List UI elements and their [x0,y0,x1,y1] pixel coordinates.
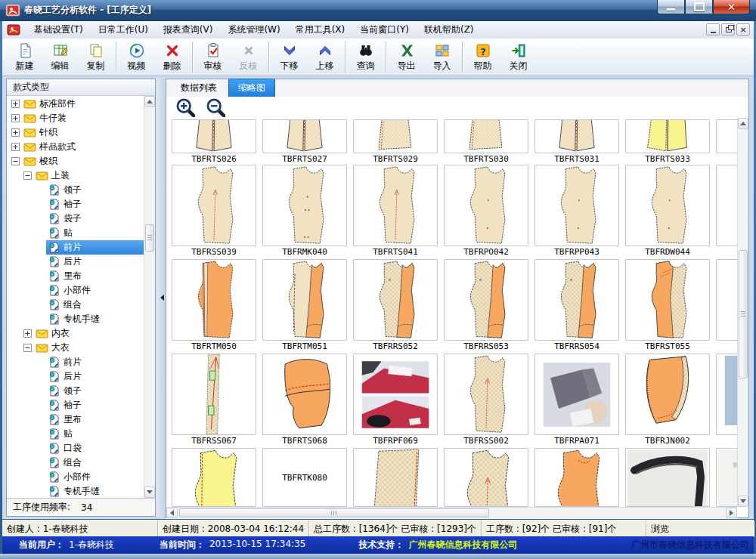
thumbnail-cell-3-5[interactable] [625,354,710,435]
zoom-out-button[interactable] [206,97,225,117]
thumbnail-cell-4-2[interactable] [353,448,438,507]
tree-item-13[interactable]: 小部件 [7,283,144,298]
thumbnail-cell-0-5[interactable] [625,119,710,153]
tree-scrollbar-thumb[interactable] [145,224,154,252]
close-button[interactable]: ✕ [713,0,750,14]
thumbnail-cell-1-4[interactable] [534,165,619,246]
toolbar-button-7[interactable]: 下移 [271,40,307,75]
tree-item-4[interactable]: 梭织 [7,154,144,168]
tree-item-14[interactable]: 组合 [7,298,144,312]
grid-hscrollbar-thumb[interactable] [179,508,489,517]
thumbnail-cell-3-1[interactable] [262,354,347,435]
panel-splitter[interactable] [156,79,166,517]
toolbar-button-11[interactable]: 导入 [424,40,460,75]
toolbar-button-4[interactable]: 删除 [154,40,190,75]
toolbar-button-5[interactable]: 审核 [195,40,231,75]
thumbnail-cell-4-6[interactable] [716,448,737,507]
grid-vscrollbar-thumb[interactable] [739,250,748,378]
toolbar-button-3[interactable]: 视频 [119,40,154,75]
tree-scrollbar[interactable] [144,96,155,498]
tree-item-22[interactable]: 里布 [7,412,144,427]
tab-0[interactable]: 数据列表 [171,79,227,97]
thumbnail-cell-4-5[interactable] [625,448,710,507]
thumbnail-cell-0-4[interactable] [534,119,619,153]
maximize-button[interactable] [685,0,713,14]
tree-item-5[interactable]: 上装 [7,168,144,183]
collapse-minus-icon[interactable] [11,157,20,165]
mdi-minimize-button[interactable] [706,23,720,36]
toolbar-button-2[interactable]: 复制 [78,40,113,75]
expand-plus-icon[interactable] [11,100,20,108]
tree-scroll-up-button[interactable] [144,96,155,107]
toolbar-button-9[interactable]: 查询 [348,40,383,75]
thumbnail-cell-2-4[interactable]: x [534,259,619,341]
tree-item-11[interactable]: 后片 [7,255,144,269]
thumbnail-cell-1-3[interactable] [444,165,528,246]
toolbar-button-12[interactable]: ?帮助 [465,40,500,75]
tree-item-12[interactable]: 里布 [7,269,144,283]
tree-item-23[interactable]: 贴 [7,427,144,441]
thumbnail-cell-4-0[interactable] [172,448,256,507]
menu-item-0[interactable]: 基础设置(T) [26,21,91,39]
tree-item-24[interactable]: 口袋 [7,441,144,456]
zoom-in-button[interactable] [175,97,195,117]
tree-item-16[interactable]: 内衣 [7,326,144,341]
tree-item-3[interactable]: 样品款式 [7,140,144,154]
thumbnail-cell-2-6[interactable] [716,259,737,341]
thumbnail-cell-1-5[interactable] [625,165,710,246]
collapse-minus-icon[interactable] [23,344,32,352]
menu-item-4[interactable]: 常用工具(X) [288,21,353,39]
expand-plus-icon[interactable] [11,114,20,122]
thumbnail-cell-1-1[interactable] [262,165,347,246]
tree-item-9[interactable]: 贴 [7,226,144,240]
toolbar-button-13[interactable]: 关闭 [500,40,536,75]
grid-horizontal-scrollbar[interactable] [166,507,737,519]
mdi-close-button[interactable]: × [736,23,750,36]
tree-item-10[interactable]: 前片 [7,240,144,255]
toolbar-button-0[interactable]: 新建 [7,40,42,75]
expand-plus-icon[interactable] [23,329,32,338]
thumbnail-cell-3-0[interactable] [172,354,256,435]
tree-item-0[interactable]: 标准部件 [7,97,144,111]
thumbnail-cell-1-0[interactable] [172,165,256,246]
expand-plus-icon[interactable] [11,128,20,137]
thumbnail-cell-2-5[interactable] [625,259,710,341]
menu-item-2[interactable]: 报表查询(V) [156,21,221,39]
tree-item-19[interactable]: 后片 [7,369,144,384]
tree-item-21[interactable]: 袖子 [7,398,144,412]
menu-item-6[interactable]: 联机帮助(Z) [417,21,482,39]
tree-item-15[interactable]: 专机手缝 [7,312,144,326]
grid-scroll-right-button[interactable] [726,508,737,518]
tree-item-17[interactable]: 大衣 [7,341,144,355]
expand-plus-icon[interactable] [11,143,20,151]
tree-item-26[interactable]: 小部件 [7,470,144,484]
tree-item-18[interactable]: 前片 [7,355,144,369]
thumbnail-cell-2-0[interactable] [172,259,256,341]
thumbnail-cell-3-2[interactable] [353,354,438,435]
thumbnail-cell-3-3[interactable] [444,354,528,435]
toolbar-button-6[interactable]: 反核 [231,40,266,75]
thumbnail-cell-1-6[interactable] [716,165,737,246]
grid-vertical-scrollbar[interactable] [737,118,748,507]
minimize-button[interactable] [657,0,685,14]
tab-1[interactable]: 缩略图 [228,79,275,97]
thumbnail-cell-4-4[interactable] [534,448,619,507]
menu-item-1[interactable]: 日常工作(U) [91,21,156,39]
thumbnail-cell-1-2[interactable] [353,165,438,246]
thumbnail-cell-4-3[interactable] [444,448,528,507]
tree-item-27[interactable]: 专机手缝 [7,484,144,498]
thumbnail-cell-3-4[interactable] [534,354,619,435]
thumbnail-cell-0-0[interactable] [172,119,256,153]
mdi-restore-button[interactable] [721,23,735,36]
grid-scroll-left-button[interactable] [166,508,178,518]
collapse-minus-icon[interactable] [23,171,32,180]
thumbnail-cell-4-1[interactable]: TBFRTK080 [262,448,347,507]
thumbnail-cell-2-1[interactable] [262,259,347,341]
tree-item-1[interactable]: 牛仔装 [7,111,144,125]
tree-item-8[interactable]: 袋子 [7,212,144,226]
thumbnail-cell-2-2[interactable]: x [353,259,438,341]
menu-item-5[interactable]: 当前窗口(Y) [352,21,417,39]
tree-item-7[interactable]: 袖子 [7,197,144,212]
tree-item-2[interactable]: 针织 [7,125,144,140]
thumbnail-cell-0-6[interactable] [716,119,737,153]
